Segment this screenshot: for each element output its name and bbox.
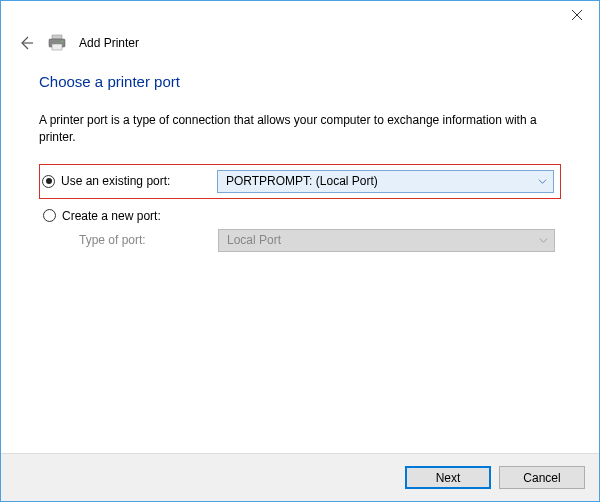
back-button[interactable] xyxy=(17,34,35,52)
content-area: Choose a printer port A printer port is … xyxy=(1,61,599,453)
port-type-value: Local Port xyxy=(227,233,281,247)
existing-port-radio[interactable]: Use an existing port: xyxy=(42,174,217,188)
create-port-radio[interactable]: Create a new port: xyxy=(43,209,218,223)
radio-icon xyxy=(43,209,56,222)
port-type-label: Type of port: xyxy=(43,233,218,247)
printer-icon xyxy=(47,33,67,53)
chevron-down-icon xyxy=(538,235,548,245)
wizard-footer: Next Cancel xyxy=(1,453,599,501)
radio-icon xyxy=(42,175,55,188)
port-type-dropdown: Local Port xyxy=(218,229,555,252)
port-type-row: Type of port: Local Port xyxy=(43,229,555,252)
arrow-left-icon xyxy=(18,35,34,51)
existing-port-dropdown[interactable]: PORTPROMPT: (Local Port) xyxy=(217,170,554,193)
next-button[interactable]: Next xyxy=(405,466,491,489)
cancel-button[interactable]: Cancel xyxy=(499,466,585,489)
close-icon xyxy=(572,10,582,20)
wizard-header: Add Printer xyxy=(1,33,599,61)
page-title: Choose a printer port xyxy=(39,73,561,90)
page-description: A printer port is a type of connection t… xyxy=(39,112,561,146)
create-port-label: Create a new port: xyxy=(62,209,161,223)
existing-port-group: Use an existing port: PORTPROMPT: (Local… xyxy=(39,164,561,199)
create-port-row: Create a new port: xyxy=(43,209,555,223)
create-port-group: Create a new port: Type of port: Local P… xyxy=(39,209,561,252)
existing-port-row: Use an existing port: PORTPROMPT: (Local… xyxy=(42,170,554,193)
existing-port-label: Use an existing port: xyxy=(61,174,170,188)
svg-point-6 xyxy=(61,41,63,43)
close-button[interactable] xyxy=(554,1,599,29)
chevron-down-icon xyxy=(537,176,547,186)
wizard-title: Add Printer xyxy=(79,36,139,50)
svg-rect-5 xyxy=(52,44,62,50)
svg-rect-3 xyxy=(52,35,62,39)
titlebar xyxy=(1,1,599,33)
add-printer-wizard: Add Printer Choose a printer port A prin… xyxy=(0,0,600,502)
existing-port-value: PORTPROMPT: (Local Port) xyxy=(226,174,378,188)
